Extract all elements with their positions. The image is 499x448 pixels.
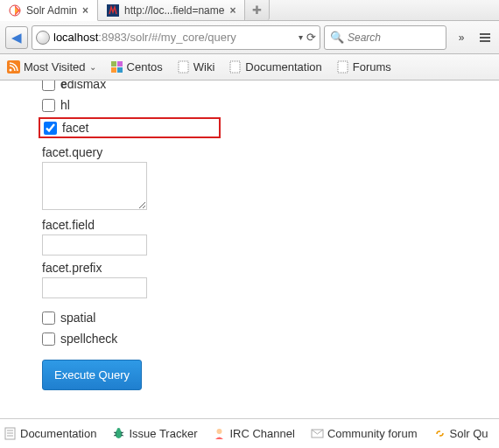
close-icon[interactable]: × <box>82 4 88 17</box>
reload-icon[interactable]: ⟳ <box>306 31 316 44</box>
footer-label: Solr Qu <box>450 427 488 440</box>
page-icon <box>228 60 242 74</box>
search-input[interactable] <box>348 32 440 44</box>
spatial-checkbox[interactable] <box>42 312 55 325</box>
svg-rect-6 <box>111 67 116 73</box>
tab-title: http://loc...field=name <box>124 4 224 17</box>
url-bar[interactable]: localhost:8983/solr/#/my_core/query ▾ ⟳ <box>32 25 320 50</box>
close-icon[interactable]: × <box>229 4 235 17</box>
facet-checkbox[interactable] <box>44 122 57 135</box>
bookmark-documentation[interactable]: Documentation <box>228 60 321 74</box>
bookmark-centos[interactable]: Centos <box>110 60 163 74</box>
footer-irc[interactable]: IRC Channel <box>213 427 294 440</box>
bookmarks-bar: Most Visited⌄ Centos Wiki Documentation … <box>0 54 499 80</box>
facet-prefix-input[interactable] <box>42 277 147 298</box>
footer-solr-query[interactable]: Solr Qu <box>433 427 488 440</box>
footer-label: Issue Tracker <box>129 427 197 440</box>
footer-label: Documentation <box>20 427 96 440</box>
tab-http-loc[interactable]: http://loc...field=name × <box>98 0 245 20</box>
hl-checkbox[interactable] <box>42 99 55 112</box>
svg-point-21 <box>217 429 222 434</box>
chevron-down-icon[interactable]: ▾ <box>299 32 303 42</box>
footer-documentation[interactable]: Documentation <box>4 427 96 440</box>
bookmark-most-visited[interactable]: Most Visited⌄ <box>7 60 96 74</box>
svg-rect-8 <box>179 61 188 73</box>
facet-query-label: facet.query <box>42 140 217 159</box>
feed-icon <box>7 60 20 74</box>
nav-bar: ◀ localhost:8983/solr/#/my_core/query ▾ … <box>0 21 499 54</box>
bookmark-label: Centos <box>127 60 163 74</box>
tab-bar: Solr Admin × http://loc...field=name × ✚ <box>0 0 499 21</box>
svg-point-3 <box>10 69 12 72</box>
bookmark-label: Forums <box>353 60 391 74</box>
url-text: localhost:8983/solr/#/my_core/query <box>53 31 295 44</box>
svg-rect-5 <box>117 61 123 66</box>
facet-prefix-label: facet.prefix <box>42 256 217 275</box>
option-hl: hl <box>42 94 217 116</box>
plus-icon: ✚ <box>252 4 262 17</box>
search-icon: 🔍 <box>330 31 344 44</box>
spatial-label: spatial <box>60 311 95 325</box>
footer-bar: Documentation Issue Tracker IRC Channel … <box>0 418 499 448</box>
bookmark-forums[interactable]: Forums <box>336 60 391 74</box>
bookmark-label: Wiki <box>193 60 215 74</box>
tab-title: Solr Admin <box>26 4 77 17</box>
footer-issue-tracker[interactable]: Issue Tracker <box>112 427 197 440</box>
mail-icon <box>311 427 324 440</box>
chevrons-icon: » <box>459 32 465 44</box>
chevron-down-icon: ⌄ <box>89 62 96 72</box>
bug-icon <box>112 427 125 440</box>
edismax-checkbox[interactable] <box>42 80 55 91</box>
facet-label: facet <box>62 121 88 135</box>
option-facet: facet <box>39 117 221 138</box>
new-tab-button[interactable]: ✚ <box>245 0 270 20</box>
execute-query-button[interactable]: Execute Query <box>42 360 142 390</box>
spellcheck-checkbox[interactable] <box>42 332 55 346</box>
bookmark-label: Documentation <box>245 60 321 74</box>
bookmark-wiki[interactable]: Wiki <box>177 60 215 74</box>
back-button[interactable]: ◀ <box>5 26 28 49</box>
footer-label: IRC Channel <box>229 427 294 440</box>
option-spatial: spatial <box>42 307 217 328</box>
footer-community[interactable]: Community forum <box>311 427 418 440</box>
mozilla-icon <box>107 4 119 17</box>
globe-icon <box>36 31 50 45</box>
arrow-left-icon: ◀ <box>11 30 22 46</box>
page-icon <box>336 60 349 74</box>
facet-field-label: facet.field <box>42 213 217 232</box>
edismax-label: eedismaxdismax <box>60 80 106 91</box>
footer-label: Community forum <box>327 427 418 440</box>
menu-button[interactable] <box>476 30 494 46</box>
svg-rect-7 <box>117 67 123 73</box>
svg-rect-9 <box>230 61 240 73</box>
doc-icon <box>4 427 17 440</box>
tab-solr-admin[interactable]: Solr Admin × <box>0 0 98 21</box>
svg-rect-4 <box>111 61 116 66</box>
link-icon <box>433 427 446 440</box>
user-icon <box>213 427 226 440</box>
hl-label: hl <box>60 98 70 112</box>
option-spellcheck: spellcheck <box>42 328 217 349</box>
bookmark-label: Most Visited <box>24 60 86 74</box>
centos-icon <box>110 60 123 74</box>
solr-icon <box>9 4 21 17</box>
svg-point-16 <box>117 428 121 431</box>
facet-query-input[interactable] <box>42 162 147 210</box>
page-icon <box>177 60 190 74</box>
overflow-button[interactable]: » <box>450 26 473 49</box>
content-area: eedismaxdismax hl facet facet.query face… <box>0 80 499 418</box>
option-edismax: eedismaxdismax <box>42 80 217 94</box>
svg-rect-10 <box>338 61 348 73</box>
facet-field-input[interactable] <box>42 234 147 256</box>
search-box[interactable]: 🔍 <box>324 25 446 50</box>
spellcheck-label: spellcheck <box>60 332 117 346</box>
